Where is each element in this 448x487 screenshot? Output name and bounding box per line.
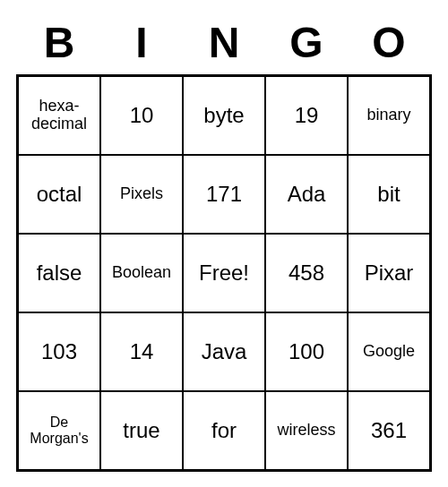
bingo-cell[interactable]: De Morgan's <box>18 391 100 470</box>
bingo-cell[interactable]: 14 <box>100 312 183 391</box>
header-letter-i: I <box>100 18 183 67</box>
bingo-cell[interactable]: 19 <box>265 76 348 155</box>
bingo-cell[interactable]: byte <box>183 76 265 155</box>
header-letter-o: O <box>348 18 430 67</box>
bingo-header: B I N G O <box>18 18 430 67</box>
bingo-cell[interactable]: true <box>100 391 183 470</box>
bingo-cell[interactable]: 361 <box>348 391 430 470</box>
bingo-cell[interactable]: Boolean <box>100 234 183 312</box>
bingo-cell[interactable]: bit <box>348 155 430 234</box>
bingo-grid: hexa- decimal 10 byte 19 binary octal Pi… <box>16 74 432 472</box>
bingo-cell[interactable]: binary <box>348 76 430 155</box>
bingo-cell[interactable]: 171 <box>183 155 265 234</box>
bingo-cell[interactable]: Pixar <box>348 234 430 312</box>
bingo-cell[interactable]: octal <box>18 155 100 234</box>
header-letter-n: N <box>183 18 265 67</box>
bingo-cell-free[interactable]: Free! <box>183 234 265 312</box>
bingo-cell[interactable]: 100 <box>265 312 348 391</box>
bingo-cell[interactable]: Java <box>183 312 265 391</box>
bingo-cell[interactable]: Ada <box>265 155 348 234</box>
bingo-cell[interactable]: false <box>18 234 100 312</box>
bingo-cell[interactable]: 458 <box>265 234 348 312</box>
bingo-cell[interactable]: Google <box>348 312 430 391</box>
bingo-cell[interactable]: for <box>183 391 265 470</box>
header-letter-g: G <box>265 18 348 67</box>
header-letter-b: B <box>18 18 100 67</box>
bingo-cell[interactable]: 10 <box>100 76 183 155</box>
bingo-cell[interactable]: 103 <box>18 312 100 391</box>
bingo-cell[interactable]: hexa- decimal <box>18 76 100 155</box>
bingo-cell[interactable]: Pixels <box>100 155 183 234</box>
bingo-cell[interactable]: wireless <box>265 391 348 470</box>
